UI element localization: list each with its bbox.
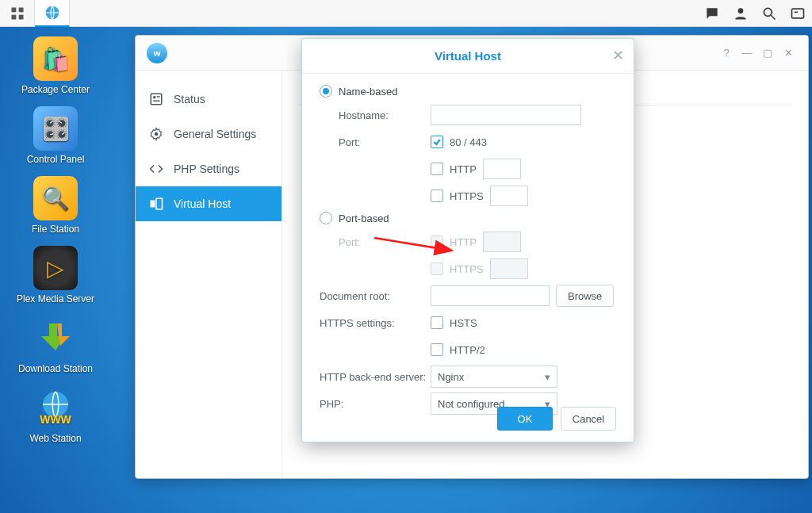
- https-settings-label: HTTPS settings:: [320, 317, 431, 329]
- svg-rect-0: [11, 7, 16, 12]
- bag-icon: 🛍️: [33, 36, 78, 81]
- sidebar-item-label: PHP Settings: [174, 163, 239, 175]
- desktop-icon-package-center[interactable]: 🛍️ Package Center: [8, 36, 103, 95]
- backend-label: HTTP back-end server:: [320, 371, 431, 383]
- http-label: HTTP: [450, 163, 477, 175]
- port-http-input[interactable]: [483, 159, 521, 179]
- chevron-down-icon: ▾: [545, 371, 550, 383]
- dialog-title: Virtual Host: [435, 49, 501, 63]
- http-label-2: HTTP: [450, 236, 477, 248]
- window-maximize-button[interactable]: ▢: [759, 44, 776, 62]
- sliders-icon: 🎛️: [33, 106, 78, 151]
- sidebar-item-status[interactable]: Status: [136, 82, 282, 117]
- code-icon: [148, 161, 164, 177]
- desktop-icon-label: Download Station: [18, 363, 93, 374]
- port-http-checkbox[interactable]: [431, 163, 443, 175]
- folder-search-icon: 🔍: [33, 176, 78, 220]
- radio-icon: [320, 212, 332, 224]
- user-icon[interactable]: [726, 0, 755, 27]
- desktop-icon-label: Web Station: [29, 433, 81, 444]
- document-root-label: Document root:: [320, 290, 431, 302]
- http2-label: HTTP/2: [450, 344, 485, 356]
- sidebar: Status General Settings PHP Settings Vir…: [136, 71, 282, 478]
- backend-select[interactable]: Nginx ▾: [431, 366, 557, 388]
- port-label-2: Port:: [320, 236, 431, 248]
- desktop-icon-label: Plex Media Server: [17, 293, 94, 304]
- desktop-icon-control-panel[interactable]: 🎛️ Control Panel: [8, 106, 103, 165]
- port-https-input[interactable]: [490, 186, 528, 206]
- window-help-button[interactable]: ?: [718, 44, 735, 62]
- desktop: 🛍️ Package Center 🎛️ Control Panel 🔍 Fil…: [0, 0, 812, 513]
- window-close-button[interactable]: ✕: [779, 44, 797, 62]
- apps-grid-button[interactable]: [0, 0, 35, 27]
- desktop-icon-label: Control Panel: [27, 154, 85, 165]
- https-label-2: HTTPS: [450, 263, 484, 275]
- hsts-checkbox[interactable]: [431, 316, 443, 329]
- backend-value: Nginx: [438, 371, 464, 383]
- sidebar-item-label: General Settings: [174, 128, 256, 140]
- port-https-checkbox[interactable]: [431, 190, 443, 202]
- dialog-header: Virtual Host ✕: [302, 39, 634, 74]
- port-based-radio[interactable]: Port-based: [320, 212, 616, 224]
- document-root-input[interactable]: [431, 285, 550, 306]
- svg-rect-1: [18, 7, 23, 12]
- chat-icon[interactable]: [698, 0, 726, 27]
- port2-http-input: [483, 232, 521, 252]
- sidebar-item-virtual-host[interactable]: Virtual Host: [136, 186, 282, 221]
- globe-www-icon: WWW: [33, 385, 78, 430]
- sidebar-item-label: Virtual Host: [174, 197, 231, 210]
- hsts-label: HSTS: [450, 317, 477, 329]
- status-icon: [148, 91, 164, 107]
- svg-point-16: [155, 132, 159, 136]
- php-label: PHP:: [320, 398, 431, 410]
- port-label: Port:: [320, 136, 431, 148]
- sidebar-item-general[interactable]: General Settings: [136, 117, 282, 151]
- svg-rect-8: [792, 9, 804, 18]
- desktop-icons: 🛍️ Package Center 🎛️ Control Panel 🔍 Fil…: [8, 36, 103, 444]
- sidebar-item-label: Status: [174, 93, 205, 105]
- cancel-button[interactable]: Cancel: [561, 407, 616, 431]
- download-icon: [33, 316, 78, 360]
- desktop-icon-plex[interactable]: ▷ Plex Media Server: [8, 246, 103, 304]
- port2-https-input: [490, 258, 528, 279]
- svg-rect-2: [11, 14, 16, 19]
- radio-icon: [320, 85, 332, 98]
- vhost-icon: [148, 196, 164, 212]
- http2-checkbox[interactable]: [431, 343, 443, 356]
- name-based-radio[interactable]: Name-based: [320, 85, 616, 98]
- desktop-icon-download-station[interactable]: Download Station: [8, 316, 103, 374]
- port-default-checkbox[interactable]: [431, 136, 443, 148]
- browse-button[interactable]: Browse: [556, 285, 614, 307]
- sidebar-item-php[interactable]: PHP Settings: [136, 151, 282, 186]
- svg-point-5: [738, 8, 744, 13]
- desktop-icon-label: Package Center: [21, 84, 90, 95]
- taskbar: [0, 0, 812, 27]
- port2-https-checkbox: [431, 262, 443, 275]
- hostname-label: Hostname:: [320, 109, 431, 121]
- hostname-input[interactable]: [431, 105, 581, 125]
- ok-button[interactable]: OK: [497, 407, 553, 431]
- desktop-icon-label: File Station: [32, 224, 79, 235]
- desktop-icon-web-station[interactable]: WWW Web Station: [8, 385, 103, 444]
- svg-point-6: [764, 8, 772, 16]
- svg-rect-13: [153, 96, 155, 98]
- dialog-close-button[interactable]: ✕: [612, 48, 624, 63]
- https-label: HTTPS: [450, 190, 484, 202]
- port-default-label: 80 / 443: [450, 136, 487, 148]
- card-icon[interactable]: [783, 0, 812, 27]
- radio-label: Port-based: [339, 212, 389, 224]
- web-station-task-button[interactable]: [35, 0, 70, 27]
- virtual-host-dialog: Virtual Host ✕ Name-based Hostname: Port…: [301, 38, 634, 442]
- search-icon[interactable]: [755, 0, 783, 27]
- svg-rect-3: [18, 14, 23, 19]
- php-value: Not configured: [438, 398, 505, 410]
- radio-label: Name-based: [339, 86, 397, 98]
- svg-line-7: [772, 15, 776, 19]
- svg-rect-18: [156, 198, 163, 209]
- window-minimize-button[interactable]: —: [738, 44, 756, 62]
- port2-http-checkbox: [431, 235, 443, 248]
- svg-rect-17: [151, 201, 155, 208]
- desktop-icon-file-station[interactable]: 🔍 File Station: [8, 176, 103, 235]
- svg-text:WWW: WWW: [40, 413, 71, 426]
- app-logo-icon: w: [147, 43, 167, 63]
